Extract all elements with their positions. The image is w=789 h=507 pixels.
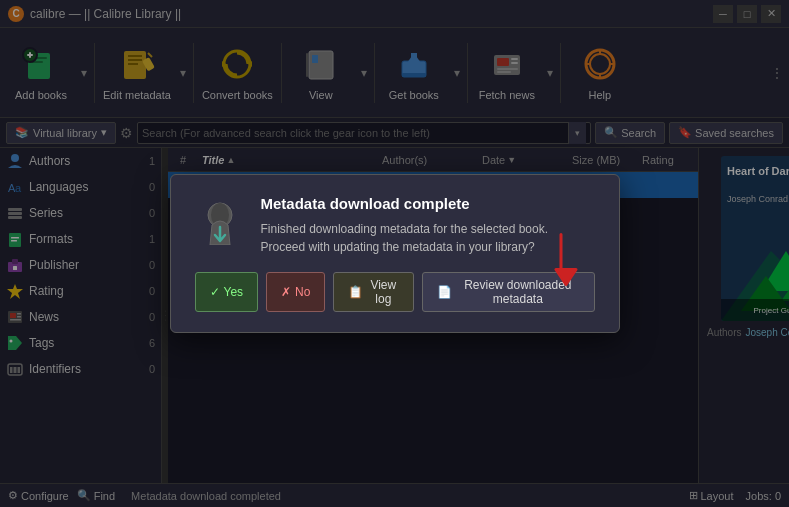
yes-button[interactable]: ✓ Yes	[195, 272, 259, 312]
modal-header: Metadata download complete Finished down…	[195, 195, 595, 256]
viewlog-icon: 📋	[348, 285, 363, 299]
no-x-icon: ✗	[281, 285, 291, 299]
view-log-label: View log	[367, 278, 399, 306]
modal-title: Metadata download complete	[261, 195, 595, 212]
yes-label: Yes	[224, 285, 244, 299]
no-label: No	[295, 285, 310, 299]
modal-overlay: Metadata download complete Finished down…	[0, 0, 789, 507]
review-icon: 📄	[437, 285, 452, 299]
metadata-complete-dialog: Metadata download complete Finished down…	[170, 174, 620, 333]
yes-checkmark-icon: ✓	[210, 285, 220, 299]
modal-title-area: Metadata download complete Finished down…	[261, 195, 595, 256]
view-log-button[interactable]: 📋 View log	[333, 272, 414, 312]
modal-buttons: ✓ Yes ✗ No 📋 View log 📄 Review downloade…	[195, 272, 595, 312]
red-arrow	[551, 230, 591, 293]
svg-marker-69	[556, 270, 576, 285]
modal-body: Finished downloading metadata for the se…	[261, 220, 595, 256]
modal-icon	[195, 195, 245, 245]
no-button[interactable]: ✗ No	[266, 272, 325, 312]
